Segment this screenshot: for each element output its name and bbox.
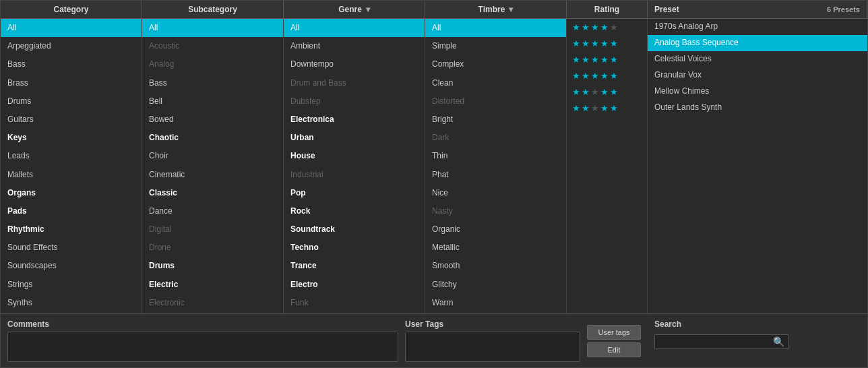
list-item[interactable]: Glitchy (425, 276, 566, 294)
list-item[interactable]: Organs (1, 184, 142, 202)
list-item[interactable]: Phat (425, 166, 566, 184)
timbre-header[interactable]: Timbre ▾ (425, 1, 567, 18)
star-filled: ★ (600, 55, 609, 65)
list-item[interactable]: House (284, 147, 425, 165)
list-item[interactable]: Bell (142, 92, 283, 111)
list-item[interactable]: Bowed (142, 111, 283, 129)
list-item[interactable]: Arpeggiated (1, 37, 142, 55)
list-item[interactable]: Drums (142, 257, 283, 275)
list-item[interactable]: Soundtrack (284, 220, 425, 239)
list-item[interactable]: Trance (284, 257, 425, 275)
preset-item[interactable]: 1970s Analog Arp (648, 19, 867, 35)
list-item[interactable]: All (284, 19, 425, 37)
list-item[interactable]: Electro (284, 276, 425, 294)
list-item[interactable]: Simple (425, 37, 566, 55)
list-item[interactable]: Electronic (142, 294, 283, 312)
list-item[interactable]: Techno (284, 239, 425, 257)
search-input[interactable] (659, 337, 773, 346)
rating-item[interactable]: ★★★★★ (567, 19, 647, 35)
rating-item[interactable]: ★★★★★ (567, 84, 647, 100)
list-item[interactable]: Pop (284, 184, 425, 202)
list-item[interactable]: Cinematic (142, 166, 283, 184)
list-item[interactable]: Clean (425, 74, 566, 92)
star-filled: ★ (572, 55, 580, 65)
star-filled: ★ (591, 71, 599, 81)
list-item[interactable]: Analog (142, 55, 283, 73)
subcategory-header-label: Subcategory (188, 5, 237, 14)
star-empty: ★ (591, 103, 599, 113)
list-item[interactable]: Warm (425, 294, 566, 312)
list-item[interactable]: Sound Effects (1, 239, 142, 257)
rating-item[interactable]: ★★★★★ (567, 35, 647, 51)
rating-item[interactable]: ★★★★★ (567, 100, 647, 116)
list-item[interactable]: Nice (425, 184, 566, 202)
list-item[interactable]: Brass (1, 74, 142, 92)
preset-item[interactable]: Mellow Chimes (648, 84, 867, 100)
preset-item[interactable]: Celestial Voices (648, 51, 867, 67)
list-item[interactable]: Smooth (425, 257, 566, 275)
list-item[interactable]: Drone (142, 239, 283, 257)
list-item[interactable]: Funk (284, 294, 425, 312)
list-item[interactable]: Rhythmic (1, 220, 142, 239)
list-item[interactable]: Digital (142, 220, 283, 239)
star-filled: ★ (572, 71, 580, 81)
list-item[interactable]: Keys (1, 129, 142, 147)
edit-button[interactable]: Edit (587, 342, 641, 357)
list-item[interactable]: Electronica (284, 111, 425, 129)
list-item[interactable]: Urban (284, 129, 425, 147)
list-item[interactable]: Drum and Bass (284, 74, 425, 92)
rating-item[interactable]: ★★★★★ (567, 67, 647, 84)
list-item[interactable]: Organic (425, 220, 566, 239)
user-tags-button[interactable]: User tags (587, 325, 641, 340)
list-item[interactable]: Classic (142, 184, 283, 202)
star-filled: ★ (582, 38, 590, 49)
list-item[interactable]: Distorted (425, 92, 566, 111)
list-item[interactable]: Dark (425, 129, 566, 147)
list-item[interactable]: Dance (142, 202, 283, 220)
preset-item[interactable]: Granular Vox (648, 67, 867, 84)
preset-item[interactable]: Outer Lands Synth (648, 100, 867, 116)
list-item[interactable]: Ambient (284, 37, 425, 55)
list-item[interactable]: Drums (1, 92, 142, 111)
list-item[interactable]: Electric (142, 276, 283, 294)
subcategory-header: Subcategory (142, 1, 284, 18)
list-item[interactable]: Bass (142, 74, 283, 92)
list-item[interactable]: Industrial (284, 166, 425, 184)
list-item[interactable]: Soundscapes (1, 257, 142, 275)
rating-item[interactable]: ★★★★★ (567, 51, 647, 67)
list-item[interactable]: Bass (1, 55, 142, 73)
star-filled: ★ (582, 55, 590, 65)
comments-textarea[interactable] (7, 332, 398, 362)
list-item[interactable]: All (142, 19, 283, 37)
list-item[interactable]: Synths (1, 294, 142, 312)
list-item[interactable]: Guitars (1, 111, 142, 129)
user-tags-label: User Tags (405, 319, 580, 329)
list-item[interactable]: Choir (142, 147, 283, 165)
list-item[interactable]: Metallic (425, 239, 566, 257)
star-filled: ★ (591, 22, 599, 32)
list-item[interactable]: All (425, 19, 566, 37)
list-item[interactable]: Complex (425, 55, 566, 73)
list-item[interactable]: Acoustic (142, 37, 283, 55)
star-filled: ★ (572, 103, 580, 113)
list-item[interactable]: Downtempo (284, 55, 425, 73)
list-item[interactable]: Strings (1, 276, 142, 294)
timbre-list: AllSimpleComplexCleanDistortedBrightDark… (425, 19, 567, 313)
comments-section: Comments (7, 319, 398, 362)
list-item[interactable]: Chaotic (142, 129, 283, 147)
bottom-bar: Comments User Tags User tags Edit Search… (1, 313, 867, 367)
subcategory-list: AllAcousticAnalogBassBellBowedChaoticCho… (142, 19, 284, 313)
genre-header[interactable]: Genre ▾ (284, 1, 425, 18)
list-item[interactable]: Dubstep (284, 92, 425, 111)
list-item[interactable]: Rock (284, 202, 425, 220)
star-filled: ★ (572, 87, 580, 97)
list-item[interactable]: Nasty (425, 202, 566, 220)
list-item[interactable]: Leads (1, 147, 142, 165)
list-item[interactable]: All (1, 19, 142, 37)
list-item[interactable]: Bright (425, 111, 566, 129)
list-item[interactable]: Pads (1, 202, 142, 220)
preset-item[interactable]: Analog Bass Sequence (648, 35, 867, 51)
list-item[interactable]: Thin (425, 147, 566, 165)
list-item[interactable]: Mallets (1, 166, 142, 184)
main-container: Category Subcategory Genre ▾ Timbre ▾ Ra… (0, 0, 868, 368)
